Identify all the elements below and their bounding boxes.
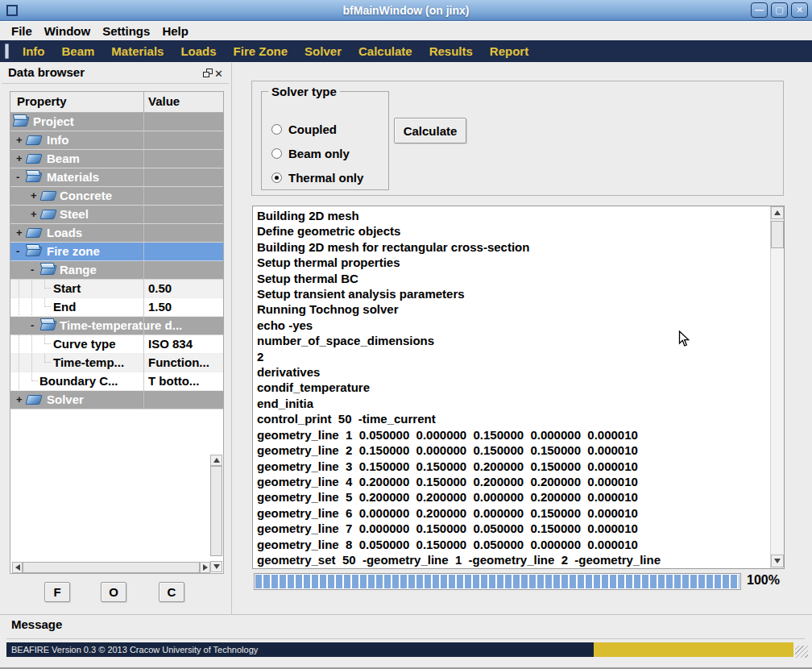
progress-label: 100% <box>747 573 780 588</box>
resize-grip-icon[interactable] <box>795 646 808 658</box>
folder-closed-icon <box>25 154 42 164</box>
tree-row-end[interactable]: End1.50 <box>10 298 223 317</box>
dock-hscrollbar-thumb[interactable] <box>23 562 200 573</box>
expand-plus-icon[interactable]: + <box>16 135 23 146</box>
tree-row-beam[interactable]: +Beam <box>10 150 223 168</box>
tree-item-value: 1.50 <box>148 300 172 314</box>
tree-row-start[interactable]: Start0.50 <box>10 280 223 298</box>
solver-type-label: Solver type <box>268 85 340 98</box>
dock-scroll-left-button[interactable] <box>12 562 23 573</box>
console-vscrollbar-thumb[interactable] <box>771 221 784 248</box>
tree-guide-line <box>19 335 19 354</box>
tree-item-label: Steel <box>60 207 89 221</box>
toolbar-item-fire-zone[interactable]: Fire Zone <box>234 44 288 58</box>
radio-beam-only[interactable]: Beam only <box>271 147 350 160</box>
tree-item-label: Project <box>33 114 74 128</box>
tree-row-loads[interactable]: +Loads <box>10 224 223 243</box>
tree-item-value: Function... <box>148 355 209 369</box>
collapse-minus-icon[interactable]: - <box>31 264 34 276</box>
tree-row-time-temperature-d[interactable]: -Time-temperature d... <box>10 317 223 335</box>
tree-row-curve-type[interactable]: Curve typeISO 834 <box>10 335 223 354</box>
column-header-value[interactable]: Value <box>148 94 180 108</box>
tree-row-materials[interactable]: -Materials <box>10 168 223 187</box>
tree-row-boundary-c[interactable]: Boundary C...T botto... <box>10 372 223 391</box>
collapse-minus-icon[interactable]: - <box>31 320 34 331</box>
column-header-property[interactable]: Property <box>17 94 67 108</box>
expand-plus-icon[interactable]: + <box>16 153 23 164</box>
expand-plus-icon[interactable]: + <box>31 209 37 220</box>
menu-item-window[interactable]: Window <box>44 24 90 38</box>
tree-guide-line <box>31 335 32 354</box>
toolbar: InfoBeamMaterialsLoadsFire ZoneSolverCal… <box>0 40 812 62</box>
menu-item-help[interactable]: Help <box>162 24 188 38</box>
property-tree: Property Value Project+Info+Beam-Materia… <box>10 91 224 574</box>
expand-plus-icon[interactable]: + <box>16 394 23 405</box>
collapse-minus-icon[interactable]: - <box>16 172 19 183</box>
calculate-button[interactable]: Calculate <box>394 118 466 143</box>
menu-item-file[interactable]: File <box>11 24 32 38</box>
menu-item-settings[interactable]: Settings <box>102 24 150 38</box>
console-scroll-up-button[interactable] <box>771 206 784 219</box>
dock-title: Data browser <box>8 65 85 79</box>
toolbar-item-beam[interactable]: Beam <box>62 44 95 58</box>
tree-row-range[interactable]: -Range <box>10 261 223 280</box>
expand-plus-icon[interactable]: + <box>16 227 23 239</box>
column-divider[interactable] <box>143 92 144 113</box>
toolbar-handle-icon[interactable] <box>5 44 9 59</box>
toolbar-item-calculate[interactable]: Calculate <box>358 44 412 58</box>
radio-label: Thermal only <box>288 171 363 185</box>
dock-vscrollbar-thumb[interactable] <box>210 466 222 556</box>
tree-row-project[interactable]: Project <box>10 113 223 131</box>
close-button[interactable]: ✕ <box>791 2 808 18</box>
tree-body: Project+Info+Beam-Materials+Concrete+Ste… <box>10 113 223 409</box>
toolbar-item-solver[interactable]: Solver <box>304 44 342 58</box>
panel-splitter[interactable] <box>231 63 232 614</box>
progress-bar <box>254 573 741 590</box>
window-title: bfMainWindow (on jinx) <box>0 4 812 17</box>
menu-bar: FileWindowSettingsHelp <box>0 21 812 40</box>
expand-plus-icon[interactable]: + <box>31 190 37 202</box>
o-button[interactable]: O <box>101 582 126 602</box>
tree-row-steel[interactable]: +Steel <box>10 206 223 224</box>
dock-close-icon[interactable]: ✕ <box>214 69 226 79</box>
tree-item-label: Time-temp... <box>53 355 124 369</box>
titlebar[interactable]: bfMainWindow (on jinx) —▢✕ <box>0 0 812 21</box>
tree-row-time-temp[interactable]: Time-temp...Function... <box>10 354 223 372</box>
tree-row-solver[interactable]: +Solver <box>10 391 223 409</box>
c-button[interactable]: C <box>159 582 184 602</box>
tree-row-fire-zone[interactable]: -Fire zone <box>10 243 223 261</box>
radio-button-icon[interactable] <box>271 148 282 159</box>
tree-header: Property Value <box>10 92 223 113</box>
toolbar-item-report[interactable]: Report <box>490 44 528 58</box>
tree-row-concrete[interactable]: +Concrete <box>10 187 223 206</box>
dock-scroll-down-button[interactable] <box>210 561 222 572</box>
radio-button-icon[interactable] <box>271 172 282 183</box>
tree-row-info[interactable]: +Info <box>10 131 223 150</box>
tree-guide-line <box>19 280 19 298</box>
dock-scroll-right-button[interactable] <box>200 562 210 573</box>
folder-open-icon <box>39 265 56 275</box>
radio-thermal-only[interactable]: Thermal only <box>271 171 363 185</box>
tree-guide-line <box>31 280 32 298</box>
toolbar-item-info[interactable]: Info <box>23 44 45 58</box>
folder-open-icon <box>25 172 42 182</box>
message-dock-separator <box>0 614 812 615</box>
tree-item-label: Fire zone <box>47 244 100 258</box>
f-button[interactable]: F <box>44 582 70 602</box>
tree-item-value: ISO 834 <box>148 337 193 351</box>
console-output[interactable]: Building 2D mesh Define geometric object… <box>252 206 785 569</box>
console-scroll-down-button[interactable] <box>771 555 784 567</box>
window-menu-icon[interactable] <box>6 5 18 16</box>
minimize-button[interactable]: — <box>751 2 768 18</box>
tree-item-label: End <box>53 300 76 314</box>
toolbar-item-materials[interactable]: Materials <box>111 44 164 58</box>
radio-coupled[interactable]: Coupled <box>271 123 337 136</box>
radio-button-icon[interactable] <box>271 124 282 135</box>
toolbar-item-results[interactable]: Results <box>429 44 473 58</box>
collapse-minus-icon[interactable]: - <box>16 246 19 257</box>
dock-float-icon[interactable] <box>203 69 214 79</box>
folder-closed-icon <box>39 210 56 219</box>
toolbar-item-loads[interactable]: Loads <box>180 44 216 58</box>
maximize-button[interactable]: ▢ <box>771 2 788 18</box>
dock-scroll-up-button[interactable] <box>210 455 222 466</box>
